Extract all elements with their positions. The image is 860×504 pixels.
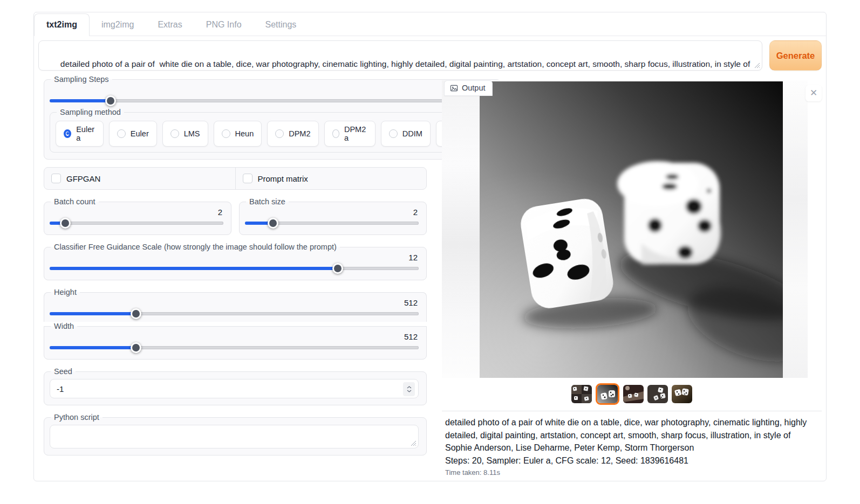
height-group: Height 512 bbox=[44, 288, 427, 322]
resize-handle-icon[interactable] bbox=[754, 62, 760, 68]
batch-size-group: Batch size 2 bbox=[239, 197, 427, 235]
gallery-stage: Output ✕ bbox=[442, 80, 822, 378]
slider-handle[interactable] bbox=[131, 342, 141, 353]
sampler-option-lms[interactable]: LMS bbox=[162, 121, 208, 147]
tab-png-info[interactable]: PNG Info bbox=[194, 14, 254, 36]
gallery-thumbnail-3[interactable] bbox=[623, 385, 644, 403]
gallery-thumbnail-1[interactable] bbox=[571, 385, 592, 403]
sampler-option-heun[interactable]: Heun bbox=[214, 121, 262, 147]
radio-icon bbox=[170, 129, 179, 138]
sampling-steps-group: Sampling Steps 20 Sampling method Euler … bbox=[44, 75, 501, 160]
sampler-option-ddim[interactable]: DDIM bbox=[381, 121, 431, 147]
batch-size-slider[interactable] bbox=[245, 218, 419, 228]
gallery-edge-blur-left bbox=[442, 80, 480, 378]
generate-button[interactable]: Generate bbox=[769, 40, 822, 71]
python-script-input[interactable] bbox=[50, 425, 419, 448]
slider-track[interactable] bbox=[50, 267, 419, 270]
seed-group: Seed -1 bbox=[44, 367, 427, 405]
sampler-option-dpm2[interactable]: DPM2 bbox=[267, 121, 318, 147]
time-taken: Time taken: 8.11s bbox=[445, 468, 818, 477]
sampler-option-label: DPM2 a bbox=[344, 125, 367, 142]
prompt-matrix-label: Prompt matrix bbox=[258, 174, 308, 183]
gfpgan-option: GFPGAN bbox=[44, 168, 235, 189]
python-script-label: Python script bbox=[51, 413, 103, 422]
number-stepper[interactable] bbox=[403, 382, 415, 396]
spinner-down-icon[interactable] bbox=[407, 390, 412, 392]
slider-track[interactable] bbox=[50, 99, 493, 102]
sampler-option-label: Heun bbox=[235, 129, 254, 138]
cfg-scale-group: Classifier Free Guidance Scale (how stro… bbox=[44, 243, 427, 280]
batch-size-label: Batch size bbox=[246, 197, 289, 206]
image-icon bbox=[450, 84, 458, 92]
gfpgan-checkbox[interactable] bbox=[51, 174, 61, 183]
generated-image[interactable] bbox=[480, 81, 783, 378]
prompt-text: detailed photo of a pair of white die on… bbox=[46, 59, 753, 71]
radio-icon bbox=[332, 129, 339, 138]
sampling-method-group: Sampling method Euler a Euler LMS bbox=[50, 108, 493, 153]
slider-handle[interactable] bbox=[60, 218, 71, 229]
sampler-option-euler[interactable]: Euler bbox=[109, 121, 157, 147]
seed-input[interactable]: -1 bbox=[50, 379, 419, 398]
output-tab-label: Output bbox=[462, 84, 486, 92]
sampler-option-dpm2a[interactable]: DPM2 a bbox=[324, 121, 376, 147]
width-label: Width bbox=[51, 322, 77, 330]
radio-icon bbox=[117, 129, 126, 138]
gallery-thumbnails bbox=[442, 382, 822, 406]
seed-label: Seed bbox=[51, 367, 76, 376]
slider-track[interactable] bbox=[50, 346, 419, 349]
width-slider[interactable] bbox=[50, 343, 419, 353]
sampler-option-label: Euler a bbox=[76, 125, 95, 142]
controls-column: Sampling Steps 20 Sampling method Euler … bbox=[44, 75, 427, 455]
slider-handle[interactable] bbox=[131, 308, 141, 319]
seed-value: -1 bbox=[57, 384, 64, 393]
sampler-option-label: DPM2 bbox=[289, 129, 310, 138]
prompt-matrix-checkbox[interactable] bbox=[243, 174, 252, 183]
width-group: Width 512 bbox=[44, 322, 427, 360]
batch-size-value: 2 bbox=[245, 208, 419, 218]
app-container: txt2img img2img Extras PNG Info Settings… bbox=[33, 12, 827, 481]
sampling-steps-slider[interactable] bbox=[50, 96, 493, 106]
spinner-up-icon[interactable] bbox=[407, 386, 412, 389]
caption-block: detailed photo of a pair of white die on… bbox=[442, 411, 822, 477]
generation-params: Steps: 20, Sampler: Euler a, CFG scale: … bbox=[445, 454, 818, 467]
tab-extras[interactable]: Extras bbox=[146, 14, 194, 36]
gallery-thumbnail-5[interactable] bbox=[672, 385, 692, 403]
slider-handle[interactable] bbox=[105, 95, 116, 106]
tab-settings[interactable]: Settings bbox=[254, 14, 309, 36]
options-panel: GFPGAN Prompt matrix bbox=[44, 167, 427, 190]
tab-txt2img[interactable]: txt2img bbox=[34, 13, 90, 36]
sampling-steps-label: Sampling Steps bbox=[51, 75, 112, 84]
height-slider[interactable] bbox=[50, 309, 419, 319]
width-value: 512 bbox=[50, 332, 419, 343]
prompt-input[interactable]: detailed photo of a pair of white die on… bbox=[38, 40, 762, 71]
cfg-scale-slider[interactable] bbox=[50, 264, 419, 273]
batch-count-value: 2 bbox=[50, 208, 223, 218]
slider-handle[interactable] bbox=[332, 263, 343, 274]
close-icon[interactable]: ✕ bbox=[806, 85, 822, 101]
cfg-scale-value: 12 bbox=[50, 253, 419, 264]
slider-handle[interactable] bbox=[268, 218, 278, 229]
tab-bar: txt2img img2img Extras PNG Info Settings bbox=[34, 12, 826, 36]
gallery-edge-blur-right bbox=[783, 80, 808, 378]
sampling-steps-value: 20 bbox=[50, 85, 493, 96]
batch-count-slider[interactable] bbox=[50, 218, 223, 228]
output-panel: Output ✕ bbox=[442, 80, 822, 477]
radio-icon bbox=[389, 129, 398, 138]
radio-icon bbox=[222, 129, 230, 138]
radio-icon bbox=[275, 129, 284, 138]
height-value: 512 bbox=[50, 298, 419, 309]
sampler-option-label: Euler bbox=[131, 129, 149, 138]
sampling-method-label: Sampling method bbox=[57, 108, 124, 116]
sampler-option-euler-a[interactable]: Euler a bbox=[56, 121, 104, 147]
python-script-group: Python script bbox=[44, 413, 427, 455]
gallery-thumbnail-2-selected[interactable] bbox=[596, 383, 619, 405]
output-tab[interactable]: Output bbox=[444, 80, 493, 96]
tab-img2img[interactable]: img2img bbox=[90, 14, 146, 36]
height-label: Height bbox=[51, 288, 80, 296]
gfpgan-label: GFPGAN bbox=[66, 174, 100, 183]
slider-track[interactable] bbox=[50, 222, 223, 225]
sampler-option-label: DDIM bbox=[402, 129, 422, 138]
resize-handle-icon[interactable] bbox=[410, 440, 417, 446]
gallery-thumbnail-4[interactable] bbox=[647, 385, 668, 403]
slider-track[interactable] bbox=[50, 312, 419, 315]
